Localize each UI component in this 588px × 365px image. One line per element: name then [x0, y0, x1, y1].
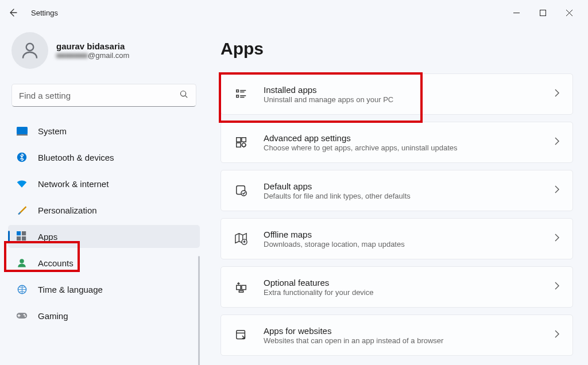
card-advanced-app-settings[interactable]: Advanced app settingsChoose where to get… — [220, 122, 573, 163]
wifi-icon — [16, 178, 28, 189]
main-content: Apps Installed appsUninstall and manage … — [207, 25, 588, 365]
accounts-icon — [16, 257, 28, 269]
nav-item-apps[interactable]: Apps — [8, 225, 200, 248]
svg-rect-8 — [17, 134, 28, 135]
nav-item-system[interactable]: System — [8, 119, 200, 142]
card-default-apps[interactable]: Default appsDefaults for file and link t… — [220, 170, 573, 211]
maximize-icon — [540, 10, 546, 16]
card-subtitle: Extra functionality for your device — [264, 288, 548, 297]
avatar — [11, 32, 48, 69]
svg-rect-11 — [22, 231, 26, 235]
chevron-right-icon — [554, 234, 560, 244]
close-button[interactable] — [556, 3, 582, 22]
card-subtitle: Websites that can open in an app instead… — [264, 336, 548, 345]
gamepad-icon — [16, 310, 28, 321]
profile-block[interactable]: gaurav bidasaria ■■■■■■■@gmail.com — [8, 29, 200, 80]
nav-item-accounts[interactable]: Accounts — [8, 251, 200, 274]
card-apps-for-websites[interactable]: Apps for websitesWebsites that can open … — [220, 314, 573, 356]
chevron-right-icon — [554, 137, 560, 147]
back-arrow-icon — [8, 8, 17, 17]
svg-point-28 — [242, 143, 245, 146]
scrollbar[interactable] — [198, 256, 200, 365]
card-title: Apps for websites — [264, 326, 548, 336]
chevron-right-icon — [554, 330, 560, 340]
card-title: Installed apps — [264, 85, 548, 95]
default-apps-icon — [234, 183, 249, 198]
nav-label: System — [38, 126, 67, 136]
svg-point-14 — [20, 259, 24, 263]
card-title: Advanced app settings — [264, 133, 548, 143]
nav-label: Network & internet — [38, 179, 109, 189]
card-subtitle: Choose where to get apps, archive apps, … — [264, 143, 548, 152]
card-subtitle: Uninstall and manage apps on your PC — [264, 95, 548, 104]
svg-rect-10 — [17, 231, 21, 235]
svg-point-18 — [25, 316, 26, 317]
window-title: Settings — [31, 9, 58, 17]
minimize-icon — [513, 10, 520, 16]
svg-rect-1 — [540, 10, 546, 15]
nav-label: Apps — [38, 232, 57, 242]
chevron-right-icon — [554, 89, 560, 99]
svg-rect-13 — [22, 236, 26, 240]
nav-item-personalization[interactable]: Personalization — [8, 199, 200, 222]
search-box[interactable] — [11, 84, 196, 107]
nav-item-bluetooth[interactable]: Bluetooth & devices — [8, 146, 200, 169]
minimize-button[interactable] — [503, 3, 529, 22]
svg-rect-7 — [17, 127, 28, 134]
card-subtitle: Downloads, storage location, map updates — [264, 240, 548, 248]
svg-line-6 — [185, 95, 188, 98]
svg-rect-19 — [237, 90, 239, 92]
card-subtitle: Defaults for file and link types, other … — [264, 192, 548, 200]
svg-rect-25 — [237, 138, 241, 142]
svg-rect-33 — [242, 285, 246, 289]
offline-maps-icon — [234, 231, 249, 246]
card-title: Offline maps — [264, 230, 548, 239]
card-title: Default apps — [264, 181, 548, 191]
sidebar: gaurav bidasaria ■■■■■■■@gmail.com Syste… — [0, 25, 207, 365]
person-icon — [20, 40, 40, 61]
chevron-right-icon — [554, 282, 560, 292]
svg-point-4 — [26, 44, 34, 51]
installed-apps-icon — [234, 87, 249, 102]
maximize-button[interactable] — [529, 3, 556, 22]
nav-item-network[interactable]: Network & internet — [8, 172, 200, 195]
titlebar: Settings — [0, 0, 588, 25]
nav-label: Gaming — [38, 311, 68, 321]
svg-rect-26 — [242, 138, 246, 142]
search-icon — [179, 90, 189, 102]
paintbrush-icon — [16, 204, 28, 216]
chevron-right-icon — [554, 185, 560, 196]
page-title: Apps — [220, 39, 573, 59]
close-icon — [566, 10, 572, 16]
card-title: Optional features — [264, 278, 548, 288]
apps-icon — [16, 231, 28, 242]
search-input[interactable] — [19, 91, 179, 100]
nav-item-gaming[interactable]: Gaming — [8, 304, 200, 327]
nav-label: Bluetooth & devices — [38, 153, 114, 162]
nav-label: Accounts — [38, 258, 74, 268]
clock-globe-icon — [16, 284, 28, 295]
nav-label: Personalization — [38, 205, 97, 215]
nav-list: System Bluetooth & devices Network & int… — [8, 119, 200, 327]
bluetooth-icon — [16, 152, 28, 163]
profile-email: ■■■■■■■@gmail.com — [56, 51, 129, 60]
nav-label: Time & language — [38, 285, 103, 294]
svg-rect-32 — [237, 285, 241, 289]
svg-point-5 — [180, 91, 185, 96]
optional-features-icon — [234, 279, 249, 294]
back-button[interactable] — [6, 6, 20, 20]
svg-rect-27 — [237, 143, 241, 147]
advanced-settings-icon — [234, 135, 249, 150]
system-icon — [16, 125, 28, 137]
svg-rect-12 — [17, 236, 21, 240]
nav-item-time[interactable]: Time & language — [8, 278, 200, 301]
card-installed-apps[interactable]: Installed appsUninstall and manage apps … — [220, 73, 573, 115]
card-optional-features[interactable]: Optional featuresExtra functionality for… — [220, 266, 573, 308]
svg-rect-20 — [237, 95, 239, 98]
profile-name: gaurav bidasaria — [56, 41, 129, 51]
svg-rect-34 — [239, 290, 243, 292]
card-offline-maps[interactable]: Offline mapsDownloads, storage location,… — [220, 218, 573, 259]
apps-for-websites-icon — [234, 328, 249, 343]
svg-point-17 — [24, 314, 25, 316]
